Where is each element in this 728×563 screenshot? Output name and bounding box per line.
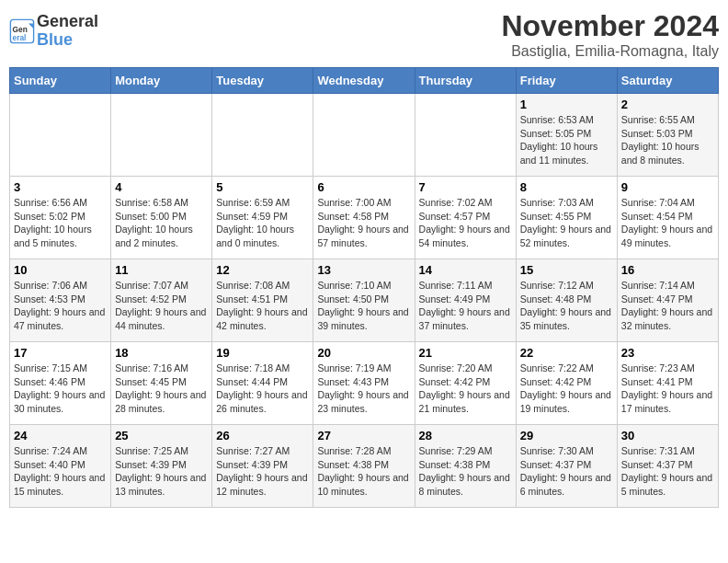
calendar-cell: 15Sunrise: 7:12 AM Sunset: 4:48 PM Dayli…: [516, 259, 617, 342]
calendar-cell: 22Sunrise: 7:22 AM Sunset: 4:42 PM Dayli…: [516, 342, 617, 425]
day-number: 8: [520, 180, 613, 194]
day-info: Sunrise: 7:24 AM Sunset: 4:40 PM Dayligh…: [14, 444, 107, 499]
day-header-thursday: Thursday: [415, 68, 516, 94]
day-header-wednesday: Wednesday: [313, 68, 415, 94]
calendar-cell: 10Sunrise: 7:06 AM Sunset: 4:53 PM Dayli…: [10, 259, 111, 342]
day-number: 4: [115, 180, 208, 194]
calendar-cell: 29Sunrise: 7:30 AM Sunset: 4:37 PM Dayli…: [516, 425, 617, 508]
day-info: Sunrise: 7:00 AM Sunset: 4:58 PM Dayligh…: [317, 196, 410, 250]
day-header-tuesday: Tuesday: [212, 68, 313, 94]
calendar-cell: 13Sunrise: 7:10 AM Sunset: 4:50 PM Dayli…: [313, 259, 415, 342]
calendar-cell: 14Sunrise: 7:11 AM Sunset: 4:49 PM Dayli…: [415, 259, 516, 342]
calendar-cell: [313, 94, 415, 177]
calendar-cell: 20Sunrise: 7:19 AM Sunset: 4:43 PM Dayli…: [313, 342, 415, 425]
day-info: Sunrise: 7:10 AM Sunset: 4:50 PM Dayligh…: [317, 279, 410, 333]
day-info: Sunrise: 7:19 AM Sunset: 4:43 PM Dayligh…: [317, 362, 410, 416]
calendar-header-row: SundayMondayTuesdayWednesdayThursdayFrid…: [10, 68, 719, 94]
day-info: Sunrise: 7:15 AM Sunset: 4:46 PM Dayligh…: [14, 362, 107, 416]
day-info: Sunrise: 7:28 AM Sunset: 4:38 PM Dayligh…: [317, 444, 410, 499]
calendar-cell: 3Sunrise: 6:56 AM Sunset: 5:02 PM Daylig…: [10, 177, 111, 259]
day-info: Sunrise: 7:12 AM Sunset: 4:48 PM Dayligh…: [520, 279, 613, 333]
logo-text: General Blue: [37, 13, 98, 50]
day-number: 26: [216, 429, 309, 442]
svg-text:eral: eral: [13, 33, 27, 42]
day-number: 15: [520, 263, 613, 277]
calendar-cell: 12Sunrise: 7:08 AM Sunset: 4:51 PM Dayli…: [212, 259, 313, 342]
day-number: 20: [317, 346, 410, 360]
calendar-cell: 27Sunrise: 7:28 AM Sunset: 4:38 PM Dayli…: [313, 425, 415, 508]
day-number: 23: [621, 346, 714, 360]
day-number: 22: [520, 346, 613, 360]
calendar-cell: 28Sunrise: 7:29 AM Sunset: 4:38 PM Dayli…: [415, 425, 516, 508]
day-info: Sunrise: 6:56 AM Sunset: 5:02 PM Dayligh…: [14, 196, 107, 250]
day-number: 7: [419, 180, 512, 194]
day-number: 25: [115, 429, 208, 442]
calendar-cell: [10, 94, 111, 177]
day-number: 1: [520, 98, 613, 111]
calendar-cell: [212, 94, 313, 177]
day-number: 14: [419, 263, 512, 277]
day-number: 12: [216, 263, 309, 277]
calendar-cell: 30Sunrise: 7:31 AM Sunset: 4:37 PM Dayli…: [617, 425, 718, 508]
day-info: Sunrise: 7:04 AM Sunset: 4:54 PM Dayligh…: [621, 196, 714, 250]
calendar-cell: 21Sunrise: 7:20 AM Sunset: 4:42 PM Dayli…: [415, 342, 516, 425]
day-info: Sunrise: 7:07 AM Sunset: 4:52 PM Dayligh…: [115, 279, 208, 333]
day-number: 21: [419, 346, 512, 360]
day-info: Sunrise: 6:55 AM Sunset: 5:03 PM Dayligh…: [621, 113, 714, 167]
calendar-week-1: 1Sunrise: 6:53 AM Sunset: 5:05 PM Daylig…: [10, 94, 719, 177]
calendar-cell: 8Sunrise: 7:03 AM Sunset: 4:55 PM Daylig…: [516, 177, 617, 259]
calendar-week-3: 10Sunrise: 7:06 AM Sunset: 4:53 PM Dayli…: [10, 259, 719, 342]
day-number: 18: [115, 346, 208, 360]
day-number: 16: [621, 263, 714, 277]
month-title: November 2024: [501, 9, 719, 43]
calendar-cell: 6Sunrise: 7:00 AM Sunset: 4:58 PM Daylig…: [313, 177, 415, 259]
day-number: 19: [216, 346, 309, 360]
day-info: Sunrise: 7:20 AM Sunset: 4:42 PM Dayligh…: [419, 362, 512, 416]
calendar-table: SundayMondayTuesdayWednesdayThursdayFrid…: [9, 67, 719, 508]
day-info: Sunrise: 6:58 AM Sunset: 5:00 PM Dayligh…: [115, 196, 208, 250]
calendar-cell: [111, 94, 212, 177]
day-header-friday: Friday: [516, 68, 617, 94]
calendar-cell: [415, 94, 516, 177]
day-number: 13: [317, 263, 410, 277]
day-info: Sunrise: 7:27 AM Sunset: 4:39 PM Dayligh…: [216, 444, 309, 499]
calendar-cell: 11Sunrise: 7:07 AM Sunset: 4:52 PM Dayli…: [111, 259, 212, 342]
logo-line1: General: [37, 12, 98, 30]
header: Gen eral General Blue November 2024 Bast…: [9, 9, 719, 60]
day-number: 10: [14, 263, 107, 277]
day-info: Sunrise: 7:30 AM Sunset: 4:37 PM Dayligh…: [520, 444, 613, 499]
calendar-cell: 19Sunrise: 7:18 AM Sunset: 4:44 PM Dayli…: [212, 342, 313, 425]
day-info: Sunrise: 6:53 AM Sunset: 5:05 PM Dayligh…: [520, 113, 613, 167]
day-info: Sunrise: 7:02 AM Sunset: 4:57 PM Dayligh…: [419, 196, 512, 250]
calendar-cell: 1Sunrise: 6:53 AM Sunset: 5:05 PM Daylig…: [516, 94, 617, 177]
title-area: November 2024 Bastiglia, Emilia-Romagna,…: [501, 9, 719, 60]
day-info: Sunrise: 7:22 AM Sunset: 4:42 PM Dayligh…: [520, 362, 613, 416]
calendar-cell: 9Sunrise: 7:04 AM Sunset: 4:54 PM Daylig…: [617, 177, 718, 259]
calendar-week-4: 17Sunrise: 7:15 AM Sunset: 4:46 PM Dayli…: [10, 342, 719, 425]
calendar-cell: 25Sunrise: 7:25 AM Sunset: 4:39 PM Dayli…: [111, 425, 212, 508]
logo-line2: Blue: [37, 30, 73, 49]
day-number: 2: [621, 98, 714, 111]
day-info: Sunrise: 7:25 AM Sunset: 4:39 PM Dayligh…: [115, 444, 208, 499]
day-info: Sunrise: 7:29 AM Sunset: 4:38 PM Dayligh…: [419, 444, 512, 499]
day-info: Sunrise: 6:59 AM Sunset: 4:59 PM Dayligh…: [216, 196, 309, 250]
day-number: 6: [317, 180, 410, 194]
day-number: 3: [14, 180, 107, 194]
day-number: 17: [14, 346, 107, 360]
day-number: 28: [419, 429, 512, 442]
day-info: Sunrise: 7:03 AM Sunset: 4:55 PM Dayligh…: [520, 196, 613, 250]
logo: Gen eral General Blue: [9, 13, 98, 50]
day-info: Sunrise: 7:31 AM Sunset: 4:37 PM Dayligh…: [621, 444, 714, 499]
day-number: 27: [317, 429, 410, 442]
calendar-cell: 4Sunrise: 6:58 AM Sunset: 5:00 PM Daylig…: [111, 177, 212, 259]
day-number: 11: [115, 263, 208, 277]
day-info: Sunrise: 7:14 AM Sunset: 4:47 PM Dayligh…: [621, 279, 714, 333]
calendar-cell: 23Sunrise: 7:23 AM Sunset: 4:41 PM Dayli…: [617, 342, 718, 425]
day-number: 29: [520, 429, 613, 442]
calendar-cell: 26Sunrise: 7:27 AM Sunset: 4:39 PM Dayli…: [212, 425, 313, 508]
calendar-cell: 17Sunrise: 7:15 AM Sunset: 4:46 PM Dayli…: [10, 342, 111, 425]
day-header-saturday: Saturday: [617, 68, 718, 94]
calendar-cell: 18Sunrise: 7:16 AM Sunset: 4:45 PM Dayli…: [111, 342, 212, 425]
day-info: Sunrise: 7:18 AM Sunset: 4:44 PM Dayligh…: [216, 362, 309, 416]
day-info: Sunrise: 7:11 AM Sunset: 4:49 PM Dayligh…: [419, 279, 512, 333]
